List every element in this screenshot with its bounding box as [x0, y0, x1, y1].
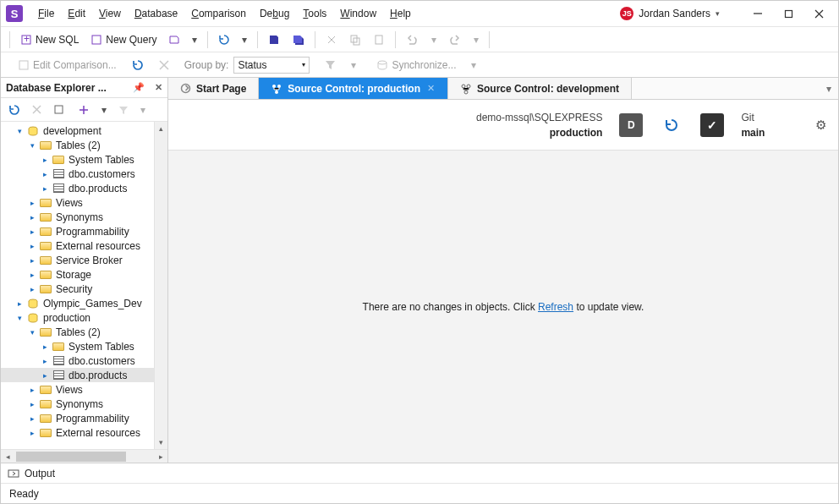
scroll-thumb[interactable] — [16, 452, 126, 462]
redo-button[interactable] — [443, 30, 467, 50]
menu-file[interactable]: File — [33, 4, 59, 23]
menu-help[interactable]: Help — [385, 4, 416, 23]
menu-comparison[interactable]: Comparison — [186, 4, 251, 23]
tree-row[interactable]: ▸dbo.customers — [1, 167, 154, 181]
tree-row[interactable]: ▸External resources — [1, 238, 154, 253]
synchronize-button[interactable]: Synchronize... — [371, 55, 461, 75]
new-sql-button[interactable]: + New SQL — [15, 30, 84, 50]
user-badge[interactable]: JS Jordan Sanders ▾ — [620, 7, 720, 20]
expand-icon[interactable]: ▾ — [26, 328, 38, 337]
save-all-button[interactable] — [287, 30, 310, 50]
tree-row[interactable]: ▸Views — [1, 382, 154, 397]
chevron-down-icon[interactable]: ▾ — [426, 30, 441, 50]
output-tab[interactable]: Output — [25, 468, 55, 479]
tab-close-icon[interactable]: ✕ — [425, 84, 436, 94]
tree-row[interactable]: ▸Security — [1, 282, 154, 296]
cut-button[interactable] — [321, 30, 343, 50]
edit-comparison-button[interactable]: Edit Comparison... — [13, 55, 122, 75]
pin-icon[interactable]: 📌 — [133, 82, 145, 93]
tree-row[interactable]: ▸Programmability — [1, 224, 154, 238]
expand-icon[interactable]: ▸ — [39, 170, 51, 178]
tree-row[interactable]: ▸dbo.products — [1, 181, 154, 195]
tree-row[interactable]: ▸Storage — [1, 267, 154, 282]
expand-icon[interactable]: ▸ — [39, 371, 51, 380]
expand-icon[interactable]: ▸ — [26, 256, 38, 265]
expand-icon[interactable]: ▸ — [26, 400, 38, 408]
tree-row[interactable]: ▸dbo.customers — [1, 353, 154, 368]
menu-edit[interactable]: Edit — [63, 4, 90, 23]
copy-button[interactable] — [344, 30, 366, 50]
tab-source-control-production[interactable]: Source Control: production ✕ — [259, 78, 448, 99]
settings-button[interactable]: ⚙ — [815, 118, 826, 133]
explorer-new-connection-button[interactable] — [73, 100, 95, 120]
tree-row[interactable]: ▸Synonyms — [1, 397, 154, 411]
chevron-down-icon[interactable]: ▾ — [469, 30, 484, 50]
menu-window[interactable]: Window — [335, 4, 381, 23]
expand-icon[interactable]: ▸ — [14, 299, 25, 308]
tree-row[interactable]: ▸Views — [1, 195, 154, 210]
chevron-down-icon[interactable]: ▾ — [187, 30, 202, 50]
toolbar-btn-refresh[interactable] — [213, 30, 235, 50]
undo-button[interactable] — [401, 30, 425, 50]
tree-row[interactable]: ▸Service Broker — [1, 253, 154, 267]
menu-tools[interactable]: Tools — [298, 4, 332, 23]
toolbar-btn-open[interactable] — [163, 30, 185, 50]
stop-button[interactable] — [154, 55, 174, 75]
horizontal-scrollbar[interactable]: ◂ ▸ — [1, 449, 167, 463]
tab-start-page[interactable]: Start Page — [168, 78, 259, 99]
tree-row[interactable]: ▸Olympic_Games_Dev — [1, 296, 154, 310]
tree-row[interactable]: ▾production — [1, 310, 154, 325]
expand-icon[interactable]: ▾ — [26, 141, 38, 150]
chevron-down-icon[interactable]: ▾ — [96, 100, 112, 120]
expand-icon[interactable]: ▾ — [14, 127, 25, 135]
expand-icon[interactable]: ▸ — [26, 429, 38, 437]
explorer-tree[interactable]: ▾development▾Tables (2)▸System Tables▸db… — [1, 122, 154, 449]
tree-row[interactable]: ▸dbo.products — [1, 368, 154, 382]
refresh-link[interactable]: Refresh — [538, 301, 573, 313]
refresh-comparison-button[interactable] — [127, 55, 149, 75]
chevron-down-icon[interactable]: ▾ — [346, 55, 361, 75]
tree-row[interactable]: ▸System Tables — [1, 152, 154, 167]
tree-row[interactable]: ▾development — [1, 123, 154, 138]
tree-row[interactable]: ▸External resources — [1, 425, 154, 440]
scroll-left-icon[interactable]: ◂ — [1, 450, 14, 463]
paste-button[interactable] — [368, 30, 390, 50]
tabs-dropdown[interactable]: ▾ — [820, 78, 838, 99]
expand-icon[interactable]: ▸ — [26, 271, 38, 279]
expand-icon[interactable]: ▸ — [26, 386, 38, 394]
tree-row[interactable]: ▸Synonyms — [1, 210, 154, 224]
expand-icon[interactable]: ▸ — [26, 242, 38, 250]
expand-icon[interactable]: ▸ — [39, 184, 51, 193]
vertical-scrollbar[interactable]: ▴ ▾ — [154, 122, 167, 449]
expand-icon[interactable]: ▸ — [26, 414, 38, 423]
explorer-refresh-button[interactable] — [3, 100, 25, 120]
menu-view[interactable]: View — [94, 4, 126, 23]
tree-row[interactable]: ▾Tables (2) — [1, 325, 154, 339]
save-button[interactable] — [263, 30, 285, 50]
expand-icon[interactable]: ▾ — [14, 314, 25, 322]
chevron-down-icon[interactable]: ▾ — [135, 100, 151, 120]
close-panel-icon[interactable]: ✕ — [155, 82, 162, 93]
expand-icon[interactable]: ▸ — [39, 357, 51, 365]
expand-icon[interactable]: ▸ — [26, 213, 38, 222]
explorer-delete-button[interactable] — [27, 100, 47, 120]
chevron-down-icon[interactable]: ▾ — [466, 55, 481, 75]
minimize-button[interactable] — [743, 4, 772, 23]
chevron-down-icon[interactable]: ▾ — [237, 30, 252, 50]
expand-icon[interactable]: ▸ — [26, 285, 38, 293]
menu-database[interactable]: Database — [129, 4, 183, 23]
menu-debug[interactable]: Debug — [255, 4, 294, 23]
maximize-button[interactable] — [774, 4, 803, 23]
scroll-down-icon[interactable]: ▾ — [155, 436, 167, 449]
scroll-right-icon[interactable]: ▸ — [154, 450, 167, 463]
expand-icon[interactable]: ▸ — [39, 342, 51, 351]
close-button[interactable] — [804, 4, 833, 23]
refresh-source-control-button[interactable] — [660, 115, 683, 135]
tab-source-control-development[interactable]: Source Control: development — [448, 78, 632, 99]
explorer-filter-button[interactable] — [113, 100, 134, 120]
filter-button[interactable] — [320, 55, 341, 75]
expand-icon[interactable]: ▸ — [39, 156, 51, 164]
expand-icon[interactable]: ▸ — [26, 199, 38, 207]
new-query-button[interactable]: New Query — [85, 30, 162, 50]
tree-row[interactable]: ▾Tables (2) — [1, 138, 154, 152]
